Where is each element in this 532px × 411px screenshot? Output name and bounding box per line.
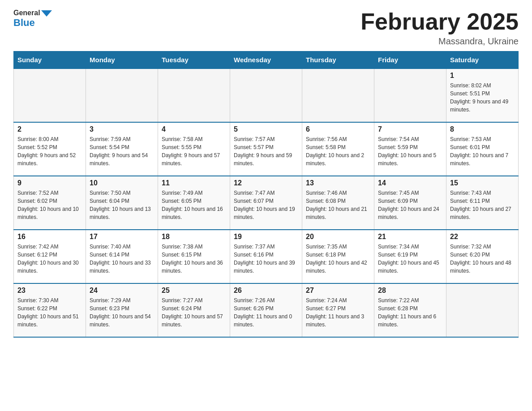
day-number: 11 (162, 179, 226, 187)
day-info: Sunrise: 7:22 AM Sunset: 6:28 PM Dayligh… (378, 296, 442, 329)
calendar-day-7: 2Sunrise: 8:00 AM Sunset: 5:52 PM Daylig… (14, 122, 86, 176)
calendar-day-23: 18Sunrise: 7:38 AM Sunset: 6:15 PM Dayli… (158, 230, 230, 283)
title-area: February 2025 Massandra, Ukraine (360, 9, 519, 47)
calendar-day-15: 10Sunrise: 7:50 AM Sunset: 6:04 PM Dayli… (86, 176, 158, 230)
day-number: 2 (17, 125, 82, 133)
calendar-day-27: 22Sunrise: 7:32 AM Sunset: 6:20 PM Dayli… (446, 230, 519, 283)
month-title: February 2025 (360, 9, 519, 34)
day-number: 24 (90, 287, 154, 295)
day-info: Sunrise: 7:29 AM Sunset: 6:23 PM Dayligh… (90, 296, 154, 329)
day-info: Sunrise: 7:58 AM Sunset: 5:55 PM Dayligh… (162, 135, 226, 167)
calendar-day-28: 23Sunrise: 7:30 AM Sunset: 6:22 PM Dayli… (14, 283, 86, 337)
calendar-day-3 (230, 68, 302, 122)
calendar-day-11: 6Sunrise: 7:56 AM Sunset: 5:58 PM Daylig… (302, 122, 374, 176)
calendar-week-1: 1Sunrise: 8:02 AM Sunset: 5:51 PM Daylig… (14, 68, 519, 122)
day-number: 5 (234, 125, 298, 133)
day-number: 3 (90, 125, 154, 133)
day-info: Sunrise: 7:42 AM Sunset: 6:12 PM Dayligh… (17, 243, 82, 275)
day-info: Sunrise: 7:45 AM Sunset: 6:09 PM Dayligh… (378, 189, 442, 221)
day-info: Sunrise: 7:50 AM Sunset: 6:04 PM Dayligh… (90, 189, 154, 221)
calendar-day-22: 17Sunrise: 7:40 AM Sunset: 6:14 PM Dayli… (86, 230, 158, 283)
calendar-day-2 (158, 68, 230, 122)
calendar-day-19: 14Sunrise: 7:45 AM Sunset: 6:09 PM Dayli… (374, 176, 446, 230)
logo-arrow-icon (41, 10, 52, 17)
day-info: Sunrise: 7:46 AM Sunset: 6:08 PM Dayligh… (306, 189, 370, 221)
day-number: 22 (450, 233, 515, 241)
day-number: 14 (378, 179, 442, 187)
weekday-header-row: SundayMondayTuesdayWednesdayThursdayFrid… (14, 51, 519, 69)
weekday-header-wednesday: Wednesday (230, 51, 302, 69)
calendar-day-30: 25Sunrise: 7:27 AM Sunset: 6:24 PM Dayli… (158, 283, 230, 337)
calendar-day-6: 1Sunrise: 8:02 AM Sunset: 5:51 PM Daylig… (446, 68, 519, 122)
page-header: General Blue February 2025 Massandra, Uk… (13, 9, 519, 47)
calendar-day-18: 13Sunrise: 7:46 AM Sunset: 6:08 PM Dayli… (302, 176, 374, 230)
calendar-day-32: 27Sunrise: 7:24 AM Sunset: 6:27 PM Dayli… (302, 283, 374, 337)
weekday-header-thursday: Thursday (302, 51, 374, 69)
day-info: Sunrise: 7:56 AM Sunset: 5:58 PM Dayligh… (306, 135, 370, 167)
calendar-day-9: 4Sunrise: 7:58 AM Sunset: 5:55 PM Daylig… (158, 122, 230, 176)
calendar-day-31: 26Sunrise: 7:26 AM Sunset: 6:26 PM Dayli… (230, 283, 302, 337)
day-info: Sunrise: 7:53 AM Sunset: 6:01 PM Dayligh… (450, 135, 515, 167)
day-info: Sunrise: 7:26 AM Sunset: 6:26 PM Dayligh… (234, 296, 298, 329)
day-info: Sunrise: 7:38 AM Sunset: 6:15 PM Dayligh… (162, 243, 226, 275)
calendar-day-34 (446, 283, 519, 337)
calendar-day-21: 16Sunrise: 7:42 AM Sunset: 6:12 PM Dayli… (14, 230, 86, 283)
day-number: 18 (162, 233, 226, 241)
weekday-header-monday: Monday (86, 51, 158, 69)
weekday-header-sunday: Sunday (14, 51, 86, 69)
calendar-day-0 (14, 68, 86, 122)
day-number: 7 (378, 125, 442, 133)
calendar-table: SundayMondayTuesdayWednesdayThursdayFrid… (13, 51, 519, 338)
calendar-day-8: 3Sunrise: 7:59 AM Sunset: 5:54 PM Daylig… (86, 122, 158, 176)
calendar-day-14: 9Sunrise: 7:52 AM Sunset: 6:02 PM Daylig… (14, 176, 86, 230)
day-number: 9 (17, 179, 82, 187)
weekday-header-friday: Friday (374, 51, 446, 69)
day-number: 25 (162, 287, 226, 295)
logo: General Blue (13, 9, 52, 29)
day-number: 8 (450, 125, 515, 133)
day-number: 1 (450, 72, 515, 80)
day-number: 27 (306, 287, 370, 295)
day-info: Sunrise: 7:37 AM Sunset: 6:16 PM Dayligh… (234, 243, 298, 275)
day-number: 28 (378, 287, 442, 295)
day-info: Sunrise: 7:24 AM Sunset: 6:27 PM Dayligh… (306, 296, 370, 329)
calendar-week-5: 23Sunrise: 7:30 AM Sunset: 6:22 PM Dayli… (14, 283, 519, 337)
day-info: Sunrise: 7:52 AM Sunset: 6:02 PM Dayligh… (17, 189, 82, 221)
day-info: Sunrise: 7:47 AM Sunset: 6:07 PM Dayligh… (234, 189, 298, 221)
day-info: Sunrise: 7:40 AM Sunset: 6:14 PM Dayligh… (90, 243, 154, 275)
day-number: 21 (378, 233, 442, 241)
location: Massandra, Ukraine (360, 36, 519, 47)
weekday-header-tuesday: Tuesday (158, 51, 230, 69)
calendar-day-33: 28Sunrise: 7:22 AM Sunset: 6:28 PM Dayli… (374, 283, 446, 337)
logo-blue-text: Blue (13, 17, 35, 29)
day-info: Sunrise: 7:34 AM Sunset: 6:19 PM Dayligh… (378, 243, 442, 275)
day-number: 17 (90, 233, 154, 241)
calendar-week-3: 9Sunrise: 7:52 AM Sunset: 6:02 PM Daylig… (14, 176, 519, 230)
calendar-day-20: 15Sunrise: 7:43 AM Sunset: 6:11 PM Dayli… (446, 176, 519, 230)
day-info: Sunrise: 7:32 AM Sunset: 6:20 PM Dayligh… (450, 243, 515, 275)
day-number: 15 (450, 179, 515, 187)
day-info: Sunrise: 8:02 AM Sunset: 5:51 PM Dayligh… (450, 81, 515, 114)
day-number: 19 (234, 233, 298, 241)
calendar-day-26: 21Sunrise: 7:34 AM Sunset: 6:19 PM Dayli… (374, 230, 446, 283)
calendar-day-10: 5Sunrise: 7:57 AM Sunset: 5:57 PM Daylig… (230, 122, 302, 176)
day-info: Sunrise: 7:57 AM Sunset: 5:57 PM Dayligh… (234, 135, 298, 167)
calendar-body: 1Sunrise: 8:02 AM Sunset: 5:51 PM Daylig… (14, 68, 519, 337)
calendar-day-29: 24Sunrise: 7:29 AM Sunset: 6:23 PM Dayli… (86, 283, 158, 337)
calendar-day-24: 19Sunrise: 7:37 AM Sunset: 6:16 PM Dayli… (230, 230, 302, 283)
day-info: Sunrise: 7:27 AM Sunset: 6:24 PM Dayligh… (162, 296, 226, 329)
weekday-header-saturday: Saturday (446, 51, 519, 69)
calendar-day-4 (302, 68, 374, 122)
day-info: Sunrise: 7:43 AM Sunset: 6:11 PM Dayligh… (450, 189, 515, 221)
calendar-day-16: 11Sunrise: 7:49 AM Sunset: 6:05 PM Dayli… (158, 176, 230, 230)
day-number: 10 (90, 179, 154, 187)
day-number: 13 (306, 179, 370, 187)
day-number: 26 (234, 287, 298, 295)
calendar-day-25: 20Sunrise: 7:35 AM Sunset: 6:18 PM Dayli… (302, 230, 374, 283)
calendar-day-5 (374, 68, 446, 122)
calendar-day-13: 8Sunrise: 7:53 AM Sunset: 6:01 PM Daylig… (446, 122, 519, 176)
calendar-day-12: 7Sunrise: 7:54 AM Sunset: 5:59 PM Daylig… (374, 122, 446, 176)
logo-general-text: General (13, 9, 40, 17)
day-number: 20 (306, 233, 370, 241)
calendar-week-2: 2Sunrise: 8:00 AM Sunset: 5:52 PM Daylig… (14, 122, 519, 176)
